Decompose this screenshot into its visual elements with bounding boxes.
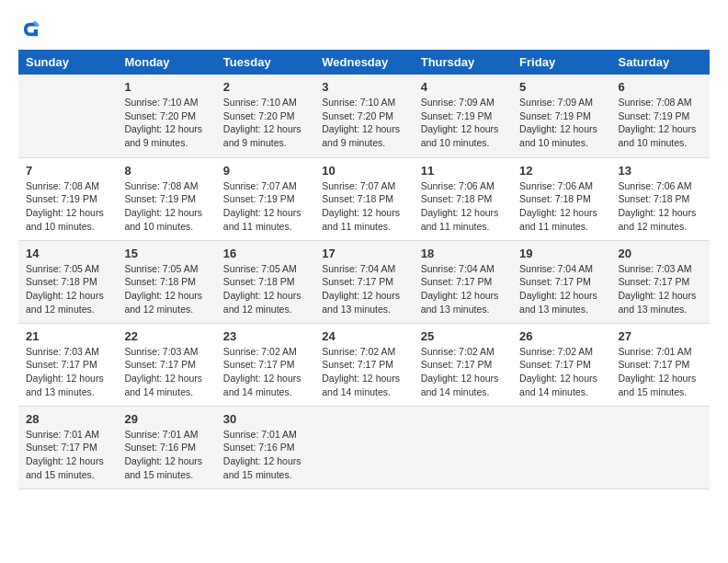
- day-number: 5: [519, 80, 603, 94]
- column-header-sunday: Sunday: [18, 50, 117, 75]
- day-number: 4: [421, 80, 505, 94]
- day-info: Sunrise: 7:08 AM Sunset: 7:19 PM Dayligh…: [619, 96, 702, 150]
- day-number: 9: [223, 164, 307, 178]
- header: [18, 18, 710, 40]
- day-info: Sunrise: 7:08 AM Sunset: 7:19 PM Dayligh…: [26, 179, 109, 234]
- day-number: 7: [26, 164, 109, 178]
- day-number: 28: [26, 412, 109, 426]
- calendar-cell: 30Sunrise: 7:01 AM Sunset: 7:16 PM Dayli…: [216, 406, 314, 488]
- calendar-cell: [18, 75, 117, 157]
- column-header-friday: Friday: [512, 50, 610, 75]
- day-info: Sunrise: 7:08 AM Sunset: 7:19 PM Dayligh…: [124, 179, 208, 234]
- day-number: 3: [322, 80, 405, 94]
- calendar-cell: 17Sunrise: 7:04 AM Sunset: 7:17 PM Dayli…: [314, 240, 413, 323]
- calendar-cell: [611, 406, 710, 488]
- logo: [18, 18, 44, 40]
- calendar-week-row: 7Sunrise: 7:08 AM Sunset: 7:19 PM Daylig…: [18, 157, 710, 240]
- day-info: Sunrise: 7:04 AM Sunset: 7:17 PM Dayligh…: [519, 262, 603, 316]
- calendar-cell: 10Sunrise: 7:07 AM Sunset: 7:18 PM Dayli…: [314, 157, 413, 240]
- column-header-saturday: Saturday: [611, 50, 710, 75]
- day-number: 1: [124, 80, 208, 94]
- calendar-week-row: 14Sunrise: 7:05 AM Sunset: 7:18 PM Dayli…: [18, 240, 710, 323]
- calendar-cell: 7Sunrise: 7:08 AM Sunset: 7:19 PM Daylig…: [18, 157, 117, 240]
- calendar-cell: 19Sunrise: 7:04 AM Sunset: 7:17 PM Dayli…: [512, 240, 610, 323]
- day-number: 12: [519, 164, 603, 178]
- day-number: 17: [322, 247, 405, 260]
- day-info: Sunrise: 7:01 AM Sunset: 7:17 PM Dayligh…: [26, 428, 109, 482]
- calendar-cell: 28Sunrise: 7:01 AM Sunset: 7:17 PM Dayli…: [18, 406, 117, 488]
- calendar-cell: 15Sunrise: 7:05 AM Sunset: 7:18 PM Dayli…: [117, 240, 215, 323]
- day-info: Sunrise: 7:01 AM Sunset: 7:16 PM Dayligh…: [223, 428, 307, 482]
- day-info: Sunrise: 7:03 AM Sunset: 7:17 PM Dayligh…: [124, 345, 208, 399]
- day-number: 19: [519, 247, 603, 260]
- day-number: 10: [322, 164, 405, 178]
- calendar-cell: [414, 406, 512, 488]
- calendar-cell: 27Sunrise: 7:01 AM Sunset: 7:17 PM Dayli…: [611, 323, 710, 406]
- calendar-cell: 6Sunrise: 7:08 AM Sunset: 7:19 PM Daylig…: [611, 75, 710, 157]
- day-info: Sunrise: 7:03 AM Sunset: 7:17 PM Dayligh…: [26, 345, 109, 399]
- day-info: Sunrise: 7:02 AM Sunset: 7:17 PM Dayligh…: [322, 345, 405, 399]
- calendar-cell: 11Sunrise: 7:06 AM Sunset: 7:18 PM Dayli…: [414, 157, 512, 240]
- day-number: 2: [223, 80, 307, 94]
- day-number: 25: [421, 329, 505, 343]
- calendar-cell: 8Sunrise: 7:08 AM Sunset: 7:19 PM Daylig…: [117, 157, 215, 240]
- calendar-cell: 22Sunrise: 7:03 AM Sunset: 7:17 PM Dayli…: [117, 323, 215, 406]
- logo-icon: [18, 18, 40, 40]
- day-number: 29: [124, 412, 208, 426]
- day-info: Sunrise: 7:04 AM Sunset: 7:17 PM Dayligh…: [322, 262, 405, 316]
- calendar-cell: 9Sunrise: 7:07 AM Sunset: 7:19 PM Daylig…: [216, 157, 314, 240]
- day-info: Sunrise: 7:01 AM Sunset: 7:17 PM Dayligh…: [619, 345, 702, 399]
- day-info: Sunrise: 7:10 AM Sunset: 7:20 PM Dayligh…: [322, 96, 405, 150]
- column-header-thursday: Thursday: [414, 50, 512, 75]
- calendar-header-row: SundayMondayTuesdayWednesdayThursdayFrid…: [18, 50, 710, 75]
- calendar-cell: 24Sunrise: 7:02 AM Sunset: 7:17 PM Dayli…: [314, 323, 413, 406]
- day-info: Sunrise: 7:10 AM Sunset: 7:20 PM Dayligh…: [223, 96, 307, 150]
- calendar-cell: [314, 406, 413, 488]
- calendar-cell: 13Sunrise: 7:06 AM Sunset: 7:18 PM Dayli…: [611, 157, 710, 240]
- day-number: 23: [223, 329, 307, 343]
- day-info: Sunrise: 7:06 AM Sunset: 7:18 PM Dayligh…: [421, 179, 505, 234]
- calendar-cell: 23Sunrise: 7:02 AM Sunset: 7:17 PM Dayli…: [216, 323, 314, 406]
- calendar-cell: 2Sunrise: 7:10 AM Sunset: 7:20 PM Daylig…: [216, 75, 314, 157]
- day-info: Sunrise: 7:01 AM Sunset: 7:16 PM Dayligh…: [124, 428, 208, 482]
- day-number: 24: [322, 329, 405, 343]
- day-number: 18: [421, 247, 505, 260]
- day-info: Sunrise: 7:02 AM Sunset: 7:17 PM Dayligh…: [223, 345, 307, 399]
- calendar-cell: 1Sunrise: 7:10 AM Sunset: 7:20 PM Daylig…: [117, 75, 215, 157]
- day-info: Sunrise: 7:05 AM Sunset: 7:18 PM Dayligh…: [124, 262, 208, 316]
- day-number: 11: [421, 164, 505, 178]
- calendar-cell: [512, 406, 610, 488]
- column-header-wednesday: Wednesday: [314, 50, 413, 75]
- day-number: 8: [124, 164, 208, 178]
- day-info: Sunrise: 7:05 AM Sunset: 7:18 PM Dayligh…: [223, 262, 307, 316]
- calendar-cell: 29Sunrise: 7:01 AM Sunset: 7:16 PM Dayli…: [117, 406, 215, 488]
- calendar-cell: 26Sunrise: 7:02 AM Sunset: 7:17 PM Dayli…: [512, 323, 610, 406]
- calendar-week-row: 28Sunrise: 7:01 AM Sunset: 7:17 PM Dayli…: [18, 406, 710, 488]
- day-info: Sunrise: 7:06 AM Sunset: 7:18 PM Dayligh…: [619, 179, 702, 234]
- day-number: 22: [124, 329, 208, 343]
- day-info: Sunrise: 7:09 AM Sunset: 7:19 PM Dayligh…: [519, 96, 603, 150]
- calendar-cell: 12Sunrise: 7:06 AM Sunset: 7:18 PM Dayli…: [512, 157, 610, 240]
- day-number: 15: [124, 247, 208, 260]
- calendar-cell: 21Sunrise: 7:03 AM Sunset: 7:17 PM Dayli…: [18, 323, 117, 406]
- column-header-monday: Monday: [117, 50, 215, 75]
- day-info: Sunrise: 7:07 AM Sunset: 7:19 PM Dayligh…: [223, 179, 307, 234]
- day-number: 16: [223, 247, 307, 260]
- day-number: 20: [619, 247, 702, 260]
- calendar-week-row: 1Sunrise: 7:10 AM Sunset: 7:20 PM Daylig…: [18, 75, 710, 157]
- calendar-cell: 16Sunrise: 7:05 AM Sunset: 7:18 PM Dayli…: [216, 240, 314, 323]
- calendar-cell: 14Sunrise: 7:05 AM Sunset: 7:18 PM Dayli…: [18, 240, 117, 323]
- day-info: Sunrise: 7:02 AM Sunset: 7:17 PM Dayligh…: [421, 345, 505, 399]
- day-number: 14: [26, 247, 109, 260]
- day-info: Sunrise: 7:05 AM Sunset: 7:18 PM Dayligh…: [26, 262, 109, 316]
- day-info: Sunrise: 7:10 AM Sunset: 7:20 PM Dayligh…: [124, 96, 208, 150]
- calendar-week-row: 21Sunrise: 7:03 AM Sunset: 7:17 PM Dayli…: [18, 323, 710, 406]
- day-info: Sunrise: 7:02 AM Sunset: 7:17 PM Dayligh…: [519, 345, 603, 399]
- calendar-cell: 20Sunrise: 7:03 AM Sunset: 7:17 PM Dayli…: [611, 240, 710, 323]
- calendar-cell: 5Sunrise: 7:09 AM Sunset: 7:19 PM Daylig…: [512, 75, 610, 157]
- day-number: 13: [619, 164, 702, 178]
- day-info: Sunrise: 7:09 AM Sunset: 7:19 PM Dayligh…: [421, 96, 505, 150]
- calendar-cell: 18Sunrise: 7:04 AM Sunset: 7:17 PM Dayli…: [414, 240, 512, 323]
- calendar-cell: 25Sunrise: 7:02 AM Sunset: 7:17 PM Dayli…: [414, 323, 512, 406]
- day-info: Sunrise: 7:03 AM Sunset: 7:17 PM Dayligh…: [619, 262, 702, 316]
